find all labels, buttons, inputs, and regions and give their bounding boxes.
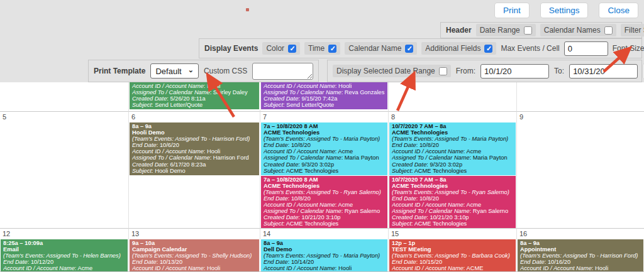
event-card[interactable]: 10/7/2020 7 AM – 8aACME Technologies(Tea… (389, 122, 516, 175)
event-line: End Date: 10/16/20 (520, 259, 641, 265)
event-card[interactable]: 10/7/2020 7 AM – 8aACME Technologies(Tea… (389, 176, 516, 229)
calendar-cell[interactable]: 77a – 10/8/2020 8 AMACME Technologies(Te… (260, 112, 389, 229)
event-line: Assigned To / Calendar Name: Ryan Salern… (264, 208, 385, 214)
calendar-cell[interactable]: 148a – 9aDell Demo(Team's Events: Assign… (260, 229, 389, 272)
event-line: (Team's Events: Assigned To - Harrison F… (520, 253, 641, 259)
calendar-cell[interactable] (0, 82, 129, 112)
event-card[interactable]: 8a – 9aAppointment(Team's Events: Assign… (518, 239, 643, 272)
print-preview-screen: Print Settings Close Header Date Range C… (0, 0, 644, 272)
event-line: Created Date: 10/21/20 3:10p (264, 214, 385, 220)
event-card[interactable]: 8a – 9aDell Demo(Team's Events: Assigned… (261, 239, 387, 272)
additional-fields-option[interactable]: Additional Fields (421, 42, 496, 55)
event-card[interactable]: 8a – 9aHooli Demo(Team's Events: Assigne… (130, 122, 259, 175)
event-line: (Team's Events: Assigned To - Barbara Co… (392, 253, 513, 259)
event-line: Subject: ACME Technologies (392, 220, 513, 227)
filter-set-names-option[interactable]: Filter Set Names (621, 24, 644, 36)
calendar-area: Account ID / Account Name: HooliAssigned… (0, 82, 644, 272)
time-checkbox[interactable] (328, 45, 336, 53)
calendar-name-option[interactable]: Calendar Name (345, 42, 417, 55)
event-line: Assigned To / Calendar Name: Maria Payto… (392, 155, 513, 161)
day-number: 12 (0, 229, 128, 239)
event-line: End Date: 10/8/20 (264, 195, 385, 202)
event-line: (Team's Events: Assigned To - Maria Payt… (264, 253, 385, 259)
calendar-cell[interactable]: Account ID / Account Name: HooliAssigned… (129, 82, 260, 112)
event-line: ACME Technologies (264, 129, 385, 136)
time-option[interactable]: Time (304, 42, 340, 55)
event-line: Account ID / Account Name: Hooli (132, 265, 257, 271)
event-card[interactable]: 7a – 10/8/2020 8 AMACME Technologies(Tea… (261, 122, 387, 175)
event-line: TEST MEeting (392, 246, 513, 253)
date-range-checkbox[interactable] (524, 26, 532, 35)
event-line: 10/7/2020 7 AM – 8a (392, 123, 513, 129)
calendar-cell[interactable]: 128:25a – 10:09aEmail(Team's Events: Ass… (0, 229, 129, 272)
calendar-name-label: Calendar Name (348, 44, 401, 53)
display-selected-date-range-option[interactable]: Display Selected Date Range (333, 65, 451, 77)
calendar-name-checkbox[interactable] (405, 45, 413, 53)
event-line: Account ID / Account Name: Hooli (132, 83, 257, 89)
calendar-cell[interactable]: 139a – 10aCampaign Calendar(Team's Event… (129, 229, 260, 272)
calendar-names-option[interactable]: Calendar Names (540, 24, 616, 36)
event-line: Assigned To / Calendar Name: Ryan Salern… (392, 208, 513, 214)
event-line: Account ID / Account Name: Hooli (132, 148, 257, 155)
calendar-cell[interactable] (517, 82, 644, 112)
color-option[interactable]: Color (262, 42, 300, 55)
print-button[interactable]: Print (494, 3, 530, 18)
settings-button[interactable]: Settings (540, 3, 589, 18)
calendar-cell[interactable]: Account ID / Account Name: HooliAssigned… (260, 82, 389, 112)
calendar-cell[interactable] (389, 82, 517, 112)
calendar-cell[interactable]: 1512p – 1pTEST MEeting(Team's Events: As… (389, 229, 517, 272)
print-settings-panel: Print Settings Close Header Date Range C… (0, 0, 644, 82)
event-line: Created Date: 5/26/20 8:11a (132, 95, 257, 102)
calendar-cell[interactable]: 68a – 9aHooli Demo(Team's Events: Assign… (129, 112, 260, 229)
event-line: 8a – 9a (132, 123, 257, 129)
event-line: Subject: ACME Technologies (392, 168, 513, 174)
event-card[interactable]: 7a – 10/8/2020 8 AMACME Technologies(Tea… (261, 176, 387, 229)
print-template-select[interactable]: Default ⌄ (150, 63, 198, 79)
from-date-input[interactable] (480, 64, 549, 79)
calendar-cell[interactable]: 5 (0, 112, 129, 229)
event-line: End Date: 10/15/20 (392, 259, 513, 265)
event-line: Subject: Send Letter/Quote (264, 102, 385, 108)
event-line: (Team's Events: Assigned To - Maria Payt… (392, 136, 513, 142)
display-selected-date-range-checkbox[interactable] (439, 67, 447, 75)
event-line: End Date: 10/14/20 (264, 259, 385, 265)
to-date-input[interactable] (569, 64, 638, 79)
event-line: Dell Demo (264, 246, 385, 253)
event-card[interactable]: 12p – 1pTEST MEeting(Team's Events: Assi… (389, 239, 516, 272)
toolbar: Print Settings Close (494, 3, 638, 18)
calendar-cell[interactable]: 9 (517, 112, 644, 229)
event-line: Campaign Calendar (132, 246, 257, 253)
event-line: Created Date: 10/21/20 3:10p (392, 214, 513, 220)
filter-set-names-label: Filter Set Names (625, 26, 644, 35)
event-line: Assigned To / Calendar Name: Maria Payto… (264, 155, 385, 161)
event-line: Subject: ACME Technologies (264, 220, 385, 227)
print-template-value: Default (155, 67, 181, 76)
event-line: Subject: Hooli Demo (132, 168, 257, 174)
max-events-input[interactable] (564, 41, 608, 56)
event-line: End Date: 10/13/20 (132, 259, 257, 265)
close-button[interactable]: Close (599, 3, 638, 18)
event-line: (Team's Events: Assigned To - Ryan Saler… (392, 189, 513, 195)
custom-css-textarea[interactable] (252, 63, 313, 80)
additional-fields-label: Additional Fields (425, 44, 480, 53)
event-line: Created Date: 9/3/20 3:02p (392, 161, 513, 168)
event-line: 8:25a – 10:09a (3, 240, 125, 246)
color-checkbox[interactable] (288, 45, 296, 53)
event-card[interactable]: 8:25a – 10:09aEmail(Team's Events: Assig… (1, 239, 128, 272)
date-range-band: Display Selected Date Range From: To: Ok (327, 60, 642, 82)
event-card[interactable]: Account ID / Account Name: HooliAssigned… (261, 82, 387, 109)
event-line: 9a – 10a (132, 240, 257, 246)
day-number: 7 (260, 112, 388, 122)
event-line: ACME Technologies (392, 183, 513, 189)
additional-fields-checkbox[interactable] (484, 45, 492, 53)
calendar-grid: Account ID / Account Name: HooliAssigned… (0, 82, 644, 272)
print-template-band: Print Template Default ⌄ Custom CSS (88, 60, 319, 82)
calendar-names-checkbox[interactable] (604, 26, 613, 35)
event-line: (Team's Events: Assigned To - Harrison F… (132, 136, 257, 142)
calendar-cell[interactable]: 810/7/2020 7 AM – 8aACME Technologies(Te… (389, 112, 517, 229)
event-card[interactable]: 9a – 10aCampaign Calendar(Team's Events:… (130, 239, 259, 272)
event-line: ACME Technologies (392, 129, 513, 136)
calendar-cell[interactable]: 168a – 9aAppointment(Team's Events: Assi… (517, 229, 644, 272)
event-card[interactable]: Account ID / Account Name: HooliAssigned… (130, 82, 259, 109)
date-range-option[interactable]: Date Range (476, 24, 536, 36)
